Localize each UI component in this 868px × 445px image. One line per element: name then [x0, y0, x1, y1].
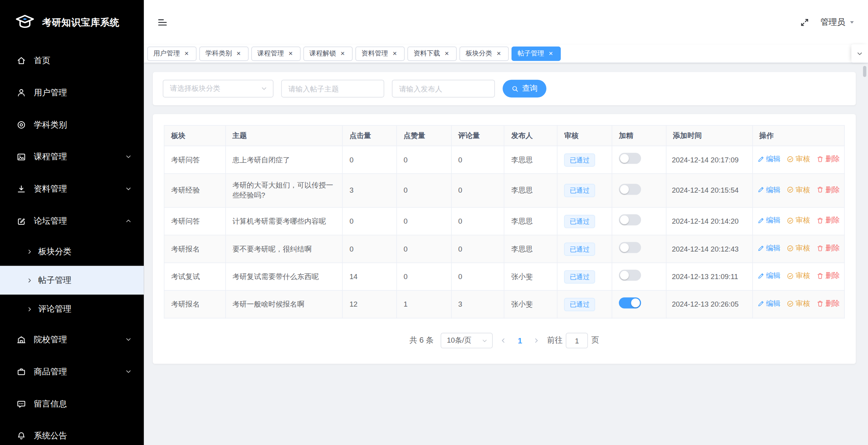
audit-button[interactable]: 审核 [787, 298, 810, 309]
sidebar-item-message-info[interactable]: 留言信息 [0, 388, 144, 420]
cell-created-at: 2024-12-13 20:26:05 [666, 290, 753, 318]
collapse-sidebar-button[interactable] [157, 17, 168, 28]
delete-button[interactable]: 删除 [816, 216, 840, 226]
fullscreen-icon [800, 17, 809, 27]
post-table-card: 板块 主题 点击量 点赞量 评论量 发布人 审核 加精 添加时间 操作 [153, 114, 856, 364]
topic-input[interactable] [281, 80, 384, 98]
tab-label: 资料管理 [362, 49, 388, 58]
cell-audit: 已通过 [557, 146, 612, 173]
audit-button[interactable]: 审核 [787, 154, 810, 164]
audit-button[interactable]: 审核 [787, 243, 810, 253]
edit-icon [757, 272, 765, 279]
featured-switch[interactable] [619, 270, 641, 281]
delete-button[interactable]: 删除 [816, 271, 840, 281]
cell-audit: 已通过 [557, 290, 612, 318]
edit-button[interactable]: 编辑 [757, 216, 780, 226]
featured-switch[interactable] [619, 153, 641, 164]
select-placeholder: 请选择板块分类 [170, 84, 220, 94]
sidebar-item-comment-management[interactable]: 评论管理 [0, 295, 144, 323]
sidebar-item-college-management[interactable]: 院校管理 [0, 323, 144, 355]
cell-comments: 0 [451, 263, 505, 290]
close-icon[interactable]: × [339, 50, 346, 57]
delete-label: 删除 [825, 216, 840, 226]
cell-featured [612, 290, 666, 318]
edit-button[interactable]: 编辑 [757, 154, 780, 164]
close-icon[interactable]: × [287, 50, 294, 57]
sidebar-item-course-management[interactable]: 课程管理 [0, 141, 144, 173]
close-icon[interactable]: × [183, 50, 190, 57]
audit-button[interactable]: 审核 [787, 271, 810, 281]
user-dropdown[interactable]: 管理员 [820, 17, 855, 28]
edit-button[interactable]: 编辑 [757, 243, 780, 253]
chevron-down-icon [125, 336, 132, 343]
close-icon[interactable]: × [235, 50, 243, 57]
switch-knob [620, 243, 629, 252]
sidebar-item-forum-management[interactable]: 论坛管理 [0, 205, 144, 237]
audit-button[interactable]: 审核 [787, 216, 810, 226]
edit-icon [757, 300, 765, 307]
edit-button[interactable]: 编辑 [757, 298, 780, 309]
next-page-button[interactable] [533, 337, 540, 344]
cell-actions: 编辑 审核 删除 [753, 146, 845, 173]
check-circle-icon [787, 186, 794, 193]
table-row: 考研经验 考研的大哥大姐们，可以传授一些经验吗? 3 0 0 李思思 已通过 2… [164, 174, 845, 207]
page-number[interactable]: 1 [514, 336, 526, 345]
delete-button[interactable]: 删除 [816, 298, 840, 309]
tabs-dropdown-button[interactable] [851, 44, 868, 62]
page-size-select[interactable]: 10条/页 [441, 333, 493, 348]
tab-user-management[interactable]: 用户管理 × [147, 46, 196, 60]
sidebar-item-post-management[interactable]: 帖子管理 [0, 266, 144, 295]
featured-switch[interactable] [619, 297, 641, 309]
tab-label: 课程管理 [257, 49, 284, 58]
page-unit-label: 页 [591, 336, 599, 346]
tab-board-category[interactable]: 板块分类 × [460, 46, 509, 60]
fullscreen-button[interactable] [800, 17, 809, 27]
goto-page-input[interactable] [566, 333, 588, 348]
sidebar-item-user-management[interactable]: 用户管理 [0, 76, 144, 109]
sidebar-item-board-category[interactable]: 板块分类 [0, 237, 144, 266]
edit-label: 编辑 [766, 185, 780, 195]
cell-likes: 0 [397, 207, 451, 235]
close-icon[interactable]: × [443, 50, 451, 57]
sidebar-item-subject-category[interactable]: 学科类别 [0, 109, 144, 141]
audit-button[interactable]: 审核 [787, 185, 810, 195]
edit-button[interactable]: 编辑 [757, 271, 780, 281]
col-likes: 点赞量 [397, 126, 451, 146]
trash-icon [816, 300, 824, 307]
featured-switch[interactable] [619, 242, 641, 253]
delete-button[interactable]: 删除 [816, 154, 840, 164]
board-category-select[interactable]: 请选择板块分类 [163, 80, 274, 98]
tab-course-management[interactable]: 课程管理 × [251, 46, 301, 60]
close-icon[interactable]: × [391, 50, 399, 57]
goto-page: 前往 页 [547, 333, 599, 348]
sidebar-item-system-notice[interactable]: 系统公告 [0, 420, 144, 445]
close-icon[interactable]: × [495, 50, 503, 57]
featured-switch[interactable] [619, 184, 641, 195]
sidebar-item-goods-management[interactable]: 商品管理 [0, 355, 144, 388]
pagination: 共 6 条 10条/页 1 前往 页 [164, 333, 845, 348]
app-logo: 考研知识宝库系统 [0, 0, 144, 44]
tab-subject-category[interactable]: 学科类别 × [199, 46, 248, 60]
featured-switch[interactable] [619, 214, 641, 226]
cell-likes: 1 [397, 290, 451, 318]
cell-clicks: 12 [343, 290, 397, 318]
col-clicks: 点击量 [343, 126, 397, 146]
publisher-input[interactable] [392, 80, 495, 98]
prev-page-button[interactable] [500, 337, 506, 344]
tab-course-unlock[interactable]: 课程解锁 × [303, 46, 353, 60]
sidebar-item-home[interactable]: 首页 [0, 44, 144, 76]
edit-icon [757, 217, 765, 224]
tab-material-management[interactable]: 资料管理 × [355, 46, 405, 60]
delete-button[interactable]: 删除 [816, 243, 840, 253]
table-row: 考研问答 计算机考研需要考哪些内容呢 0 0 0 李思思 已通过 2024-12… [164, 207, 845, 235]
sidebar-item-material-management[interactable]: 资料管理 [0, 173, 144, 205]
delete-button[interactable]: 删除 [816, 185, 840, 195]
tab-label: 资料下载 [413, 49, 440, 58]
search-button[interactable]: 查询 [503, 80, 546, 98]
scrollbar-thumb[interactable] [863, 66, 866, 77]
tab-material-download[interactable]: 资料下载 × [407, 46, 456, 60]
edit-button[interactable]: 编辑 [757, 185, 780, 195]
close-icon[interactable]: × [547, 50, 555, 57]
trash-icon [816, 155, 824, 163]
tab-post-management[interactable]: 帖子管理 × [512, 46, 561, 60]
